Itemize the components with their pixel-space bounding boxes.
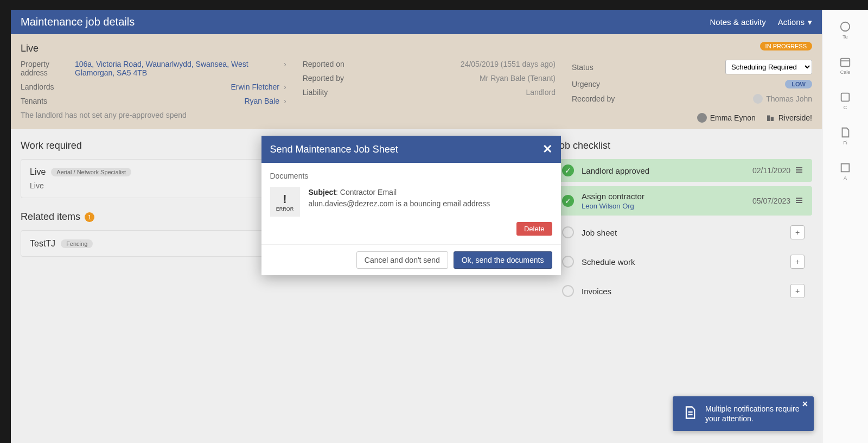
empty-circle-icon [562, 285, 574, 297]
related-title-text: Related items [21, 211, 80, 223]
document-row: ! ERROR Subject: Contractor Email alun.d… [270, 187, 552, 217]
related-title: TestTJ [30, 239, 55, 249]
avatar-icon [753, 94, 763, 104]
property-value: 106a, Victoria Road, Waunarlwydd, Swanse… [75, 60, 279, 77]
related-pill: Fencing [61, 239, 93, 248]
svg-rect-9 [841, 59, 850, 67]
reported-by-value: Mr Ryan Bale (Tenant) [480, 74, 556, 83]
recorded-by-row: Recorded by Thomas John [572, 94, 812, 104]
check-icon: ✓ [562, 195, 574, 207]
property-row: Property address 106a, Victoria Road, Wa… [21, 60, 286, 77]
error-thumb: ! ERROR [270, 187, 300, 217]
svg-rect-11 [841, 93, 850, 102]
in-progress-badge: IN PROGRESS [760, 42, 812, 50]
svg-rect-0 [767, 116, 770, 122]
reported-on-label: Reported on [303, 60, 344, 68]
liability-value: Landlord [526, 88, 556, 97]
org-name: Riverside! [778, 113, 812, 122]
empty-circle-icon [562, 256, 574, 268]
checklist-item-invoices[interactable]: Invoices + [554, 279, 812, 303]
reported-on-row: Reported on 24/05/2019 (1551 days ago) [303, 60, 556, 68]
sidebar-icon-te[interactable]: Te [839, 21, 851, 40]
error-label: ERROR [276, 206, 294, 212]
checklist-item-assign-contractor[interactable]: ✓ Assign contractor Leon Wilson Org 05/0… [554, 186, 812, 216]
ok-send-button[interactable]: Ok, send the documents [454, 251, 552, 269]
checklist-sub[interactable]: Leon Wilson Org [582, 202, 752, 210]
tenants-link[interactable]: Ryan Bale [244, 97, 279, 105]
landlords-link[interactable]: Erwin Fletcher [231, 83, 279, 91]
tenants-row: Tenants Ryan Bale › [21, 97, 286, 105]
reported-by-row: Reported by Mr Ryan Bale (Tenant) [303, 74, 556, 83]
person-name: Emma Eynon [710, 113, 756, 122]
add-button[interactable]: + [790, 225, 805, 239]
tenants-value: Ryan Bale [75, 97, 279, 105]
recorded-by-name: Thomas John [766, 94, 812, 103]
subject-value: Contractor Email [340, 188, 397, 197]
icon-label: Te [843, 34, 848, 40]
landlords-label: Landlords [21, 83, 75, 91]
cancel-button[interactable]: Cancel and don't send [356, 251, 448, 269]
svg-rect-1 [771, 117, 774, 122]
chevron-right-icon[interactable]: › [284, 97, 286, 105]
page-title: Maintenance job details [21, 16, 135, 28]
checklist-item-schedule-work[interactable]: Schedule work + [554, 249, 812, 274]
details-grid: Property address 106a, Victoria Road, Wa… [21, 60, 812, 119]
error-message: alun.davies@dezrez.com is a bouncing ema… [309, 198, 552, 210]
list-icon[interactable] [795, 166, 805, 175]
footer-person[interactable]: Emma Eynon [697, 113, 756, 123]
checklist-label: Invoices [582, 287, 790, 296]
tenants-label: Tenants [21, 97, 75, 105]
checklist-label: Landlord approved [582, 166, 752, 175]
status-label: Status [572, 63, 593, 72]
urgency-badge: LOW [785, 80, 812, 88]
svg-rect-4 [796, 172, 802, 173]
checklist-item-landlord-approved[interactable]: ✓ Landlord approved 02/11/2020 [554, 159, 812, 182]
notification-toast[interactable]: Multiple notifications require your atte… [673, 396, 814, 431]
sidebar-icon-c[interactable]: C [839, 91, 851, 110]
documents-label: Documents [270, 172, 552, 180]
window-topbar [0, 0, 868, 10]
svg-rect-12 [841, 164, 850, 172]
add-button[interactable]: + [790, 284, 805, 298]
checklist-title: Job checklist [554, 140, 812, 151]
close-icon[interactable]: ✕ [542, 142, 552, 156]
modal-footer: Cancel and don't send Ok, send the docum… [261, 244, 561, 275]
subject-label: Subject [309, 188, 336, 197]
list-icon[interactable] [795, 196, 805, 206]
recorded-by-value: Thomas John [753, 94, 812, 104]
urgency-label: Urgency [572, 80, 600, 88]
checklist-item-job-sheet[interactable]: Job sheet + [554, 220, 812, 245]
chevron-right-icon[interactable]: › [284, 60, 286, 68]
sidebar-icon-a[interactable]: A [839, 162, 851, 181]
landlords-value: Erwin Fletcher [75, 83, 279, 91]
close-icon[interactable]: ✕ [802, 400, 808, 408]
modal-header: Send Maintenance Job Sheet ✕ [261, 136, 561, 163]
spend-note: The landlord has not set any pre-approve… [21, 111, 286, 119]
sidebar-icon-fi[interactable]: Fi [839, 126, 851, 145]
empty-circle-icon [562, 226, 574, 238]
property-link[interactable]: 106a, Victoria Road, Waunarlwydd, Swanse… [75, 60, 248, 77]
document-icon [682, 405, 698, 422]
exclamation-icon: ! [283, 192, 286, 206]
sidebar-icon-calendar[interactable]: Cale [839, 56, 851, 75]
svg-rect-2 [796, 167, 802, 168]
icon-label: Cale [840, 69, 851, 75]
actions-dropdown[interactable]: Actions ▾ [778, 17, 812, 27]
recorded-by-label: Recorded by [572, 94, 615, 103]
modal-body: Documents ! ERROR Subject: Contractor Em… [261, 163, 561, 244]
send-job-sheet-modal: Send Maintenance Job Sheet ✕ Documents !… [261, 136, 561, 275]
delete-button[interactable]: Delete [516, 222, 552, 236]
checklist-label: Job sheet [582, 228, 790, 237]
footer-org[interactable]: Riverside! [765, 113, 812, 123]
chevron-right-icon[interactable]: › [284, 83, 286, 91]
add-button[interactable]: + [790, 255, 805, 269]
doc-text: Subject: Contractor Email alun.davies@de… [309, 187, 552, 210]
right-strip: Te Cale C Fi A [822, 10, 868, 443]
checklist-date: 05/07/2023 [752, 197, 790, 205]
checklist-body: Assign contractor Leon Wilson Org [582, 192, 752, 210]
notes-activity-link[interactable]: Notes & activity [710, 17, 765, 27]
building-icon [765, 113, 775, 123]
actions-label: Actions [778, 17, 805, 27]
left-gap [0, 10, 11, 443]
status-select[interactable]: Scheduling Required [725, 60, 812, 74]
